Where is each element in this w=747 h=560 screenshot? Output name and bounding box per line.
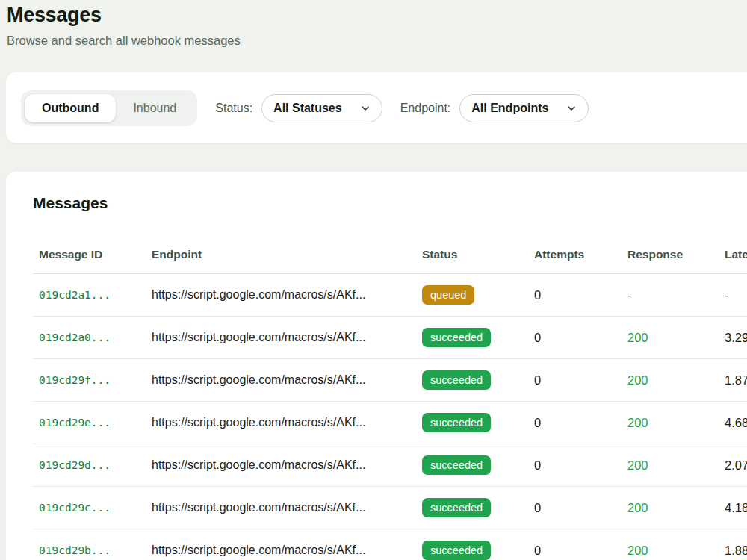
endpoint-url: https://script.google.com/macros/s/AKf..… xyxy=(152,331,422,344)
status-badge: succeeded xyxy=(422,370,491,390)
message-id-link[interactable]: 019cd29c... xyxy=(39,502,111,514)
message-id-link[interactable]: 019cd29e... xyxy=(39,417,111,429)
tab-inbound[interactable]: Inbound xyxy=(116,94,193,122)
page-subtitle: Browse and search all webhook messages xyxy=(7,34,747,48)
table-row[interactable]: 019cd29b... https://script.google.com/ma… xyxy=(33,529,747,560)
endpoint-url: https://script.google.com/macros/s/AKf..… xyxy=(152,416,422,429)
response-code: 200 xyxy=(627,331,725,345)
table-row[interactable]: 019cd29f... https://script.google.com/ma… xyxy=(33,359,747,402)
messages-card: Messages Message ID Endpoint Status Atte… xyxy=(6,172,747,560)
attempts-value: 0 xyxy=(534,373,627,388)
status-badge: succeeded xyxy=(422,328,491,347)
response-code: 200 xyxy=(627,373,725,388)
table-header-row: Message ID Endpoint Status Attempts Resp… xyxy=(33,236,747,274)
table-row[interactable]: 019cd2a0... https://script.google.com/ma… xyxy=(33,317,747,359)
endpoint-url: https://script.google.com/macros/s/AKf..… xyxy=(152,458,422,472)
response-code: 200 xyxy=(627,544,725,558)
attempts-value: 0 xyxy=(534,544,627,558)
page-title: Messages xyxy=(7,4,747,26)
column-header-response: Response xyxy=(627,248,725,261)
messages-table: Message ID Endpoint Status Attempts Resp… xyxy=(33,236,747,560)
endpoint-select[interactable]: All Endpoints xyxy=(459,94,589,122)
latency-value: 4.18 xyxy=(725,501,747,515)
table-row[interactable]: 019cd2a1... https://script.google.com/ma… xyxy=(33,274,747,317)
status-filter-label: Status: xyxy=(215,102,252,115)
latency-value: 1.87 xyxy=(725,373,747,388)
table-row[interactable]: 019cd29e... https://script.google.com/ma… xyxy=(33,402,747,444)
message-id-link[interactable]: 019cd29b... xyxy=(39,544,111,556)
column-header-latency: Latency xyxy=(725,248,747,261)
endpoint-url: https://script.google.com/macros/s/AKf..… xyxy=(152,288,422,302)
attempts-value: 0 xyxy=(534,416,627,430)
column-header-attempts: Attempts xyxy=(534,248,627,261)
status-badge: succeeded xyxy=(422,413,491,432)
chevron-down-icon xyxy=(566,103,577,113)
endpoint-url: https://script.google.com/macros/s/AKf..… xyxy=(152,373,422,387)
status-badge: succeeded xyxy=(422,498,491,517)
latency-value: - xyxy=(725,288,747,302)
status-select[interactable]: All Statuses xyxy=(261,94,382,122)
response-code: - xyxy=(627,288,725,302)
card-heading: Messages xyxy=(33,194,747,212)
response-code: 200 xyxy=(627,416,725,430)
endpoint-select-value: All Endpoints xyxy=(471,102,548,115)
status-badge: succeeded xyxy=(422,455,491,475)
latency-value: 1.88 xyxy=(725,544,747,558)
message-id-link[interactable]: 019cd2a0... xyxy=(39,332,111,343)
latency-value: 4.68 xyxy=(725,416,747,430)
column-header-status: Status xyxy=(422,248,534,261)
message-id-link[interactable]: 019cd2a1... xyxy=(39,289,111,301)
attempts-value: 0 xyxy=(534,501,627,515)
latency-value: 2.07 xyxy=(725,458,747,473)
response-code: 200 xyxy=(627,501,725,515)
tab-outbound[interactable]: Outbound xyxy=(25,94,116,122)
status-badge: succeeded xyxy=(422,541,491,560)
attempts-value: 0 xyxy=(534,458,627,473)
filter-bar: Outbound Inbound Status: All Statuses En… xyxy=(6,72,747,143)
column-header-message-id: Message ID xyxy=(39,248,152,261)
endpoint-filter-label: Endpoint: xyxy=(400,102,451,115)
endpoint-url: https://script.google.com/macros/s/AKf..… xyxy=(152,501,422,514)
status-select-value: All Statuses xyxy=(273,102,342,115)
column-header-endpoint: Endpoint xyxy=(152,248,422,261)
table-body: 019cd2a1... https://script.google.com/ma… xyxy=(33,274,747,560)
page-header: Messages Browse and search all webhook m… xyxy=(0,0,747,48)
attempts-value: 0 xyxy=(534,331,627,345)
table-row[interactable]: 019cd29d... https://script.google.com/ma… xyxy=(33,444,747,487)
messages-page: Messages Browse and search all webhook m… xyxy=(0,0,747,560)
endpoint-url: https://script.google.com/macros/s/AKf..… xyxy=(152,544,422,557)
attempts-value: 0 xyxy=(534,288,627,302)
latency-value: 3.29 xyxy=(725,331,747,345)
status-badge: queued xyxy=(422,285,474,305)
message-id-link[interactable]: 019cd29f... xyxy=(39,374,111,386)
message-id-link[interactable]: 019cd29d... xyxy=(39,459,111,471)
table-row[interactable]: 019cd29c... https://script.google.com/ma… xyxy=(33,487,747,529)
response-code: 200 xyxy=(627,458,725,473)
direction-segmented-control: Outbound Inbound xyxy=(21,90,197,126)
chevron-down-icon xyxy=(360,103,371,113)
